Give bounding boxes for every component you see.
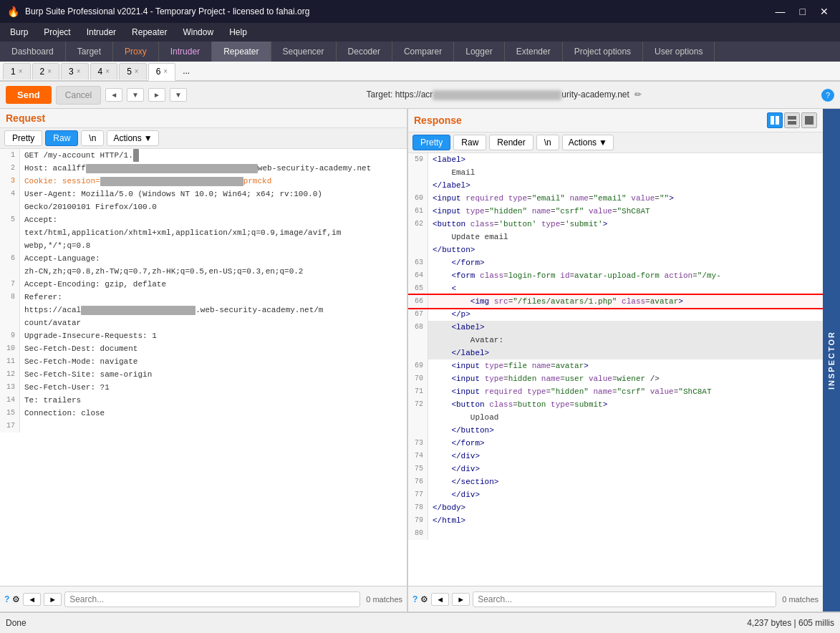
response-tab-raw[interactable]: Raw bbox=[453, 135, 486, 150]
send-button[interactable]: Send bbox=[6, 86, 52, 104]
response-line: 75 </div> bbox=[408, 463, 823, 475]
inspector-label[interactable]: INSPECTOR bbox=[827, 331, 836, 390]
view-mode-single[interactable] bbox=[801, 112, 817, 128]
response-line: 72 <button class=button type=submit> bbox=[408, 398, 823, 411]
response-tab-newline[interactable]: \n bbox=[536, 135, 559, 150]
view-modes bbox=[767, 112, 817, 128]
response-line: Update email bbox=[408, 231, 823, 243]
menu-burp[interactable]: Burp bbox=[3, 26, 35, 39]
request-code-area[interactable]: 1 GET /my-account HTTP/1.1 2 Host: acall… bbox=[0, 149, 407, 586]
repeater-tab-more[interactable]: ... bbox=[177, 63, 195, 79]
menu-window[interactable]: Window bbox=[175, 26, 221, 39]
response-line: 77 </div> bbox=[408, 488, 823, 501]
response-tab-render[interactable]: Render bbox=[489, 135, 533, 150]
tab-comparer[interactable]: Comparer bbox=[392, 42, 454, 62]
response-search-prev[interactable]: ◄ bbox=[431, 593, 449, 606]
response-line: 71 <input required type="hidden" name="c… bbox=[408, 385, 823, 398]
response-line: 61 <input type="hidden" name="csrf" valu… bbox=[408, 205, 823, 218]
maximize-button[interactable]: □ bbox=[796, 4, 810, 19]
response-actions-button[interactable]: Actions ▼ bbox=[562, 135, 614, 150]
response-line: 63 </form> bbox=[408, 256, 823, 269]
tab-sequencer[interactable]: Sequencer bbox=[271, 42, 337, 62]
request-search-input[interactable] bbox=[64, 591, 360, 607]
tab-project-options[interactable]: Project options bbox=[563, 42, 643, 62]
response-line: 80 bbox=[408, 527, 823, 540]
request-actions-label: Actions bbox=[113, 133, 141, 143]
request-tab-raw[interactable]: Raw bbox=[45, 130, 78, 146]
response-line: 68 <label> bbox=[408, 321, 823, 334]
menu-intruder[interactable]: Intruder bbox=[79, 26, 123, 39]
response-search-settings-icon[interactable]: ⚙ bbox=[420, 594, 428, 604]
minimize-button[interactable]: — bbox=[771, 4, 790, 19]
cancel-button[interactable]: Cancel bbox=[56, 86, 101, 105]
target-bar: Target: https://acrurity-academy.net ✏ bbox=[191, 90, 817, 100]
menu-help[interactable]: Help bbox=[222, 26, 254, 39]
response-search-help-icon[interactable]: ? bbox=[412, 594, 417, 604]
response-line-highlighted: 66 <img src="/files/avatars/1.php" class… bbox=[408, 295, 823, 308]
request-search-prev[interactable]: ◄ bbox=[23, 593, 41, 606]
edit-target-icon[interactable]: ✏ bbox=[634, 90, 642, 100]
nav-prev-button[interactable]: ◄ bbox=[105, 88, 122, 102]
request-search-matches: 0 matches bbox=[366, 595, 402, 604]
request-search-next[interactable]: ► bbox=[44, 593, 62, 606]
svg-rect-4 bbox=[805, 116, 814, 125]
response-line: 59 <label> bbox=[408, 153, 823, 166]
svg-rect-1 bbox=[776, 116, 779, 125]
response-tab-pretty[interactable]: Pretty bbox=[412, 135, 450, 150]
response-line: 60 <input required type="email" name="em… bbox=[408, 192, 823, 205]
request-tab-pretty[interactable]: Pretty bbox=[4, 130, 42, 146]
nav-prev-down-button[interactable]: ▼ bbox=[127, 88, 144, 102]
response-title: Response bbox=[414, 115, 462, 126]
tab-target[interactable]: Target bbox=[66, 42, 113, 62]
help-icon[interactable]: ? bbox=[821, 89, 834, 102]
tab-proxy[interactable]: Proxy bbox=[113, 42, 159, 62]
request-header: Request bbox=[0, 109, 407, 128]
view-mode-split[interactable] bbox=[767, 112, 783, 128]
tab-intruder[interactable]: Intruder bbox=[159, 42, 212, 62]
tab-decoder[interactable]: Decoder bbox=[337, 42, 392, 62]
status-bar: Done 4,237 bytes | 605 millis bbox=[0, 612, 840, 633]
request-toolbar: Pretty Raw \n Actions ▼ bbox=[0, 128, 407, 149]
title-bar: 🔥 Burp Suite Professional v2021.4 - Temp… bbox=[0, 0, 840, 23]
tab-extender[interactable]: Extender bbox=[505, 42, 563, 62]
repeater-tab-2[interactable]: 2× bbox=[32, 63, 60, 79]
response-search-next[interactable]: ► bbox=[452, 593, 470, 606]
request-actions-chevron: ▼ bbox=[144, 133, 153, 143]
request-search-help-icon[interactable]: ? bbox=[4, 594, 9, 604]
response-panel: Response Pretty Raw Render \n Actions bbox=[408, 109, 823, 612]
response-line: Avatar: bbox=[408, 334, 823, 347]
nav-next-button[interactable]: ► bbox=[148, 88, 165, 102]
request-line: 13 Sec-Fetch-User: ?1 bbox=[0, 381, 407, 394]
request-search-settings-icon[interactable]: ⚙ bbox=[12, 594, 20, 604]
request-tab-newline[interactable]: \n bbox=[81, 130, 104, 146]
close-button[interactable]: ✕ bbox=[816, 4, 833, 19]
repeater-tab-6[interactable]: 6× bbox=[148, 63, 176, 81]
view-mode-horizontal[interactable] bbox=[784, 112, 800, 128]
request-actions-button[interactable]: Actions ▼ bbox=[107, 130, 158, 146]
repeater-tab-1[interactable]: 1× bbox=[3, 63, 31, 79]
request-line: https://acal.web-security-academy.net/m bbox=[0, 304, 407, 316]
response-actions-chevron: ▼ bbox=[599, 137, 607, 148]
tab-logger[interactable]: Logger bbox=[454, 42, 504, 62]
repeater-tab-5[interactable]: 5× bbox=[119, 63, 147, 79]
response-line: 64 <form class=login-form id=avatar-uplo… bbox=[408, 269, 823, 282]
response-line: 73 </form> bbox=[408, 437, 823, 450]
nav-next-down-button[interactable]: ▼ bbox=[170, 88, 187, 102]
tab-repeater[interactable]: Repeater bbox=[212, 42, 271, 62]
window-controls[interactable]: — □ ✕ bbox=[771, 4, 833, 19]
repeater-tab-4[interactable]: 4× bbox=[90, 63, 118, 79]
response-code-area[interactable]: 59 <label> Email </label> 60 <input requ… bbox=[408, 153, 823, 586]
repeater-tab-3[interactable]: 3× bbox=[61, 63, 89, 79]
response-header: Response bbox=[408, 109, 823, 132]
tab-dashboard[interactable]: Dashboard bbox=[0, 42, 66, 62]
request-line: 14 Te: trailers bbox=[0, 394, 407, 407]
response-search-input[interactable] bbox=[473, 591, 776, 607]
menu-project[interactable]: Project bbox=[37, 26, 77, 39]
request-line: 2 Host: acallffweb-security-academy.net bbox=[0, 162, 407, 175]
tab-user-options[interactable]: User options bbox=[643, 42, 715, 62]
response-line: 74 </div> bbox=[408, 450, 823, 463]
menu-repeater[interactable]: Repeater bbox=[125, 26, 174, 39]
request-line: webp,*/*;q=0.8 bbox=[0, 239, 407, 252]
split-view-icon bbox=[770, 115, 780, 125]
response-search-bar: ? ⚙ ◄ ► 0 matches bbox=[408, 586, 823, 612]
